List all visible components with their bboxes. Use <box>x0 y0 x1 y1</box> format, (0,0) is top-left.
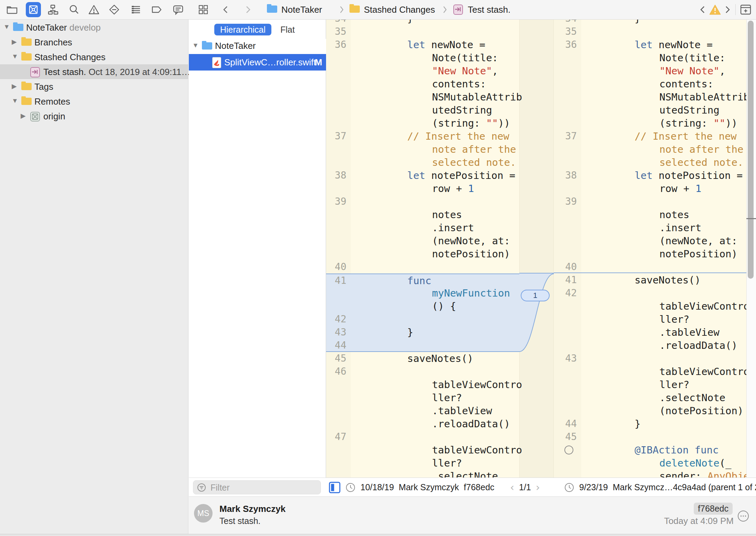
disclosure-triangle[interactable]: ▼ <box>3 23 10 31</box>
code-text: (notePosition) <box>581 404 743 417</box>
add-editor-icon[interactable] <box>740 4 751 15</box>
line-number: 45 <box>554 430 581 443</box>
code-text <box>581 260 635 274</box>
line-number <box>326 77 351 90</box>
next-issue-icon[interactable] <box>724 6 731 14</box>
code-line: .tableView <box>554 326 746 339</box>
sidebar-item-label: Branches <box>34 37 72 48</box>
project-navigator-icon[interactable] <box>5 3 19 17</box>
filter-placeholder: Filter <box>210 483 230 493</box>
sidebar-item-tags[interactable]: ▶Tags <box>0 79 188 94</box>
line-number: 40 <box>326 260 351 274</box>
code-text: deleteNote(_ <box>581 457 732 470</box>
code-text: row + 1 <box>581 182 701 195</box>
scrollbar-change-marker <box>746 218 756 219</box>
back-icon[interactable] <box>222 6 230 14</box>
disclosure-triangle[interactable]: ▼ <box>192 42 199 49</box>
code-text: tableViewContro <box>581 365 749 378</box>
code-line: 38let notePosition = <box>554 169 746 182</box>
line-number: 43 <box>326 326 351 339</box>
sidebar-item-notetaker[interactable]: ▼NoteTaker develop <box>0 20 188 35</box>
clock-icon[interactable] <box>564 482 574 493</box>
diff-editor: 34}3536let newNote =Note(title:"New Note… <box>326 20 756 478</box>
segment-hierarchical[interactable]: Hierarchical <box>214 24 271 35</box>
line-number <box>554 221 581 234</box>
code-token: let <box>407 170 425 181</box>
test-navigator-icon[interactable] <box>107 3 121 17</box>
code-line: 41saveNotes() <box>554 274 746 287</box>
sidebar-item-label: origin <box>43 111 65 122</box>
code-token: "" <box>713 117 725 129</box>
breadcrumb-item-group[interactable]: Stashed Changes <box>364 0 435 19</box>
line-number: 36 <box>554 38 581 51</box>
line-number: 47 <box>326 430 351 443</box>
sidebar-item-stashed-changes[interactable]: ▼Stashed Changes <box>0 50 188 64</box>
more-options-icon[interactable] <box>737 510 749 522</box>
code-line: 36let newNote = <box>326 38 519 51</box>
code-token: .insert <box>659 222 701 234</box>
comparison-mode-icon[interactable] <box>329 482 341 493</box>
segment-flat[interactable]: Flat <box>276 24 300 35</box>
symbol-navigator-icon[interactable] <box>46 3 60 17</box>
code-text: contents: <box>351 77 486 90</box>
code-text: contents: <box>581 77 713 90</box>
code-token: .reloadData() <box>432 418 510 430</box>
disclosure-triangle[interactable]: ▼ <box>12 97 18 105</box>
debug-navigator-icon[interactable] <box>129 3 143 17</box>
code-text: note after the <box>581 143 743 156</box>
disclosure-triangle[interactable]: ▶ <box>12 82 17 90</box>
code-token: let <box>635 170 652 181</box>
breakpoint-navigator-icon[interactable] <box>150 3 163 17</box>
disclosure-triangle[interactable]: ▶ <box>12 38 17 46</box>
code-line: row + 1 <box>554 182 746 195</box>
sidebar-item-origin[interactable]: ▶origin <box>0 109 188 124</box>
report-navigator-icon[interactable] <box>171 3 185 17</box>
breadcrumb-item-stash[interactable]: Test stash. <box>468 0 510 19</box>
find-navigator-icon[interactable] <box>67 3 81 17</box>
sidebar-item-branches[interactable]: ▶Branches <box>0 35 188 50</box>
disclosure-triangle[interactable]: ▶ <box>21 112 26 120</box>
code-line: notePosition) <box>554 247 746 260</box>
code-token: let <box>407 39 425 51</box>
issue-navigator-icon[interactable] <box>87 3 101 17</box>
prev-issue-icon[interactable] <box>699 6 706 14</box>
code-line: (string: "")) <box>554 117 746 130</box>
next-change-icon[interactable]: › <box>536 481 540 493</box>
forward-icon[interactable] <box>244 6 252 14</box>
sidebar-item-label: Tags <box>34 82 53 92</box>
right-commit-date: 9/23/19 <box>579 482 608 492</box>
source-control-navigator-icon[interactable] <box>26 2 41 17</box>
disclosure-triangle[interactable]: ▼ <box>12 53 18 60</box>
code-line: tableViewContro <box>326 378 519 391</box>
sidebar-item-suffix: develop <box>67 22 101 33</box>
line-number: 42 <box>326 313 351 326</box>
code-text: note after the <box>351 143 516 156</box>
breadcrumb-item-project[interactable]: NoteTaker <box>281 0 322 19</box>
remote-icon <box>30 112 40 121</box>
code-text: ller? <box>581 378 689 391</box>
scrollbar-thumb[interactable] <box>748 21 754 279</box>
code-text: .reloadData() <box>581 339 737 352</box>
filter-bar: Filter <box>189 478 326 497</box>
diff-insertion-line <box>554 272 746 273</box>
code-line: @IBAction func <box>554 443 746 457</box>
line-number <box>554 90 581 104</box>
code-text <box>351 339 407 351</box>
filter-input[interactable]: Filter <box>193 480 321 494</box>
clock-icon[interactable] <box>345 482 356 493</box>
line-number <box>326 378 351 391</box>
change-number-badge[interactable]: 1 <box>521 290 550 301</box>
folder-stashes-icon <box>21 53 32 61</box>
sidebar-item-remotes[interactable]: ▼Remotes <box>0 94 188 109</box>
code-text: let newNote = <box>351 38 485 51</box>
prev-change-icon[interactable]: ‹ <box>510 481 514 493</box>
code-token: tableViewContro <box>659 366 749 377</box>
code-text: .tableView <box>351 404 492 417</box>
warning-icon[interactable] <box>709 4 721 15</box>
file-row-selected[interactable]: SplitViewC…roller.swift M <box>189 54 326 71</box>
sidebar-item-test-stash[interactable]: Test stash. Oct 18, 2019 at 4:09:11… <box>0 64 188 79</box>
line-number <box>326 247 351 260</box>
file-tree-root-row[interactable]: ▼ NoteTaker <box>189 39 326 54</box>
related-items-icon[interactable] <box>198 4 208 15</box>
code-text: // Insert the new <box>351 130 509 143</box>
